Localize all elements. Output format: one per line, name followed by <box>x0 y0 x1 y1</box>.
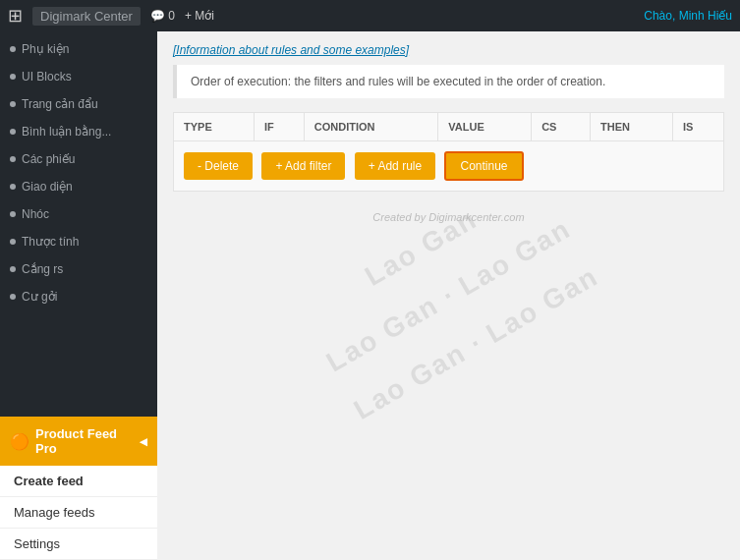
dot-icon <box>10 294 16 300</box>
dot-icon <box>10 266 16 272</box>
chevron-right-icon: ◀ <box>140 436 147 447</box>
wordpress-logo-icon: ⊞ <box>8 5 23 27</box>
sidebar-label: Bình luận bằng... <box>22 125 111 139</box>
main-layout: Phụ kiện UI Blocks Trang cản đẩu Bình lu… <box>0 31 740 560</box>
sidebar-label: Phụ kiện <box>22 42 69 56</box>
user-greeting: Chào, Minh Hiếu <box>644 9 732 23</box>
order-notice: Order of execution: the filters and rule… <box>173 65 724 98</box>
col-cs: CS <box>532 113 591 141</box>
sidebar: Phụ kiện UI Blocks Trang cản đẩu Bình lu… <box>0 31 157 560</box>
info-link[interactable]: [Information about rules and some exampl… <box>173 43 724 57</box>
sidebar-label: Cư gởi <box>22 290 57 304</box>
dot-icon <box>10 211 16 217</box>
admin-bar-left: ⊞ Digimark Center 💬 0 + Mới <box>8 5 632 27</box>
action-cell: - Delete + Add filter + Add rule Continu… <box>174 141 724 192</box>
sidebar-label: Trang cản đẩu <box>22 97 98 111</box>
site-name[interactable]: Digimark Center <box>32 7 141 26</box>
sidebar-item-trang-can-dau[interactable]: Trang cản đẩu <box>0 90 157 118</box>
sidebar-item-manage-feeds[interactable]: Manage feeds <box>0 497 157 529</box>
add-filter-button[interactable]: + Add filter <box>261 152 345 180</box>
col-type: TYPE <box>174 113 255 141</box>
dot-icon <box>10 46 16 52</box>
sidebar-label: Nhóc <box>22 207 49 221</box>
sidebar-label: Các phiếu <box>22 152 75 166</box>
sidebar-label: UI Blocks <box>22 70 72 84</box>
dot-icon <box>10 101 16 107</box>
dot-icon <box>10 74 16 80</box>
pfp-submenu: Create feed Manage feeds Settings <box>0 466 157 560</box>
col-is: IS <box>673 113 724 141</box>
sidebar-item-cac-phieu[interactable]: Các phiếu <box>0 145 157 173</box>
sidebar-label: Thược tính <box>22 235 79 249</box>
sidebar-item-ui-blocks[interactable]: UI Blocks <box>0 63 157 90</box>
continue-button[interactable]: Continue <box>444 151 523 181</box>
col-condition: CONDITION <box>304 113 438 141</box>
comments-count[interactable]: 💬 0 <box>150 9 175 23</box>
col-then: THEN <box>590 113 672 141</box>
dot-icon <box>10 239 16 245</box>
sidebar-item-nhoc[interactable]: Nhóc <box>0 200 157 228</box>
admin-bar: ⊞ Digimark Center 💬 0 + Mới Chào, Minh H… <box>0 0 740 31</box>
rules-table: TYPE IF CONDITION VALUE CS THEN IS - Del… <box>173 112 724 192</box>
product-feed-pro-section: 🟠 Product Feed Pro ◀ Create feed Manage … <box>0 417 157 560</box>
sidebar-item-settings[interactable]: Settings <box>0 529 157 560</box>
pfp-logo-icon: 🟠 <box>10 432 29 451</box>
footer-credit: Created by Digimarkcenter.com <box>173 211 724 223</box>
sidebar-label: Giao diện <box>22 180 73 194</box>
pfp-title: Product Feed Pro <box>35 426 134 456</box>
sidebar-item-giao-dien[interactable]: Giao diện <box>0 173 157 200</box>
sidebar-item-create-feed[interactable]: Create feed <box>0 466 157 497</box>
main-content: Lao GanLao Gan · Lao GanLao Gan · Lao Ga… <box>157 31 740 560</box>
content-inner: [Information about rules and some exampl… <box>173 43 724 223</box>
sidebar-menu: Phụ kiện UI Blocks Trang cản đẩu Bình lu… <box>0 31 157 417</box>
action-row: - Delete + Add filter + Add rule Continu… <box>174 141 724 192</box>
new-item-button[interactable]: + Mới <box>185 9 214 23</box>
sidebar-item-thuoc-tinh[interactable]: Thược tính <box>0 228 157 255</box>
sidebar-item-phu-kien[interactable]: Phụ kiện <box>0 35 157 63</box>
sidebar-item-cang-rs[interactable]: Cắng rs <box>0 255 157 283</box>
delete-button[interactable]: - Delete <box>184 152 253 180</box>
dot-icon <box>10 184 16 190</box>
product-feed-pro-header[interactable]: 🟠 Product Feed Pro ◀ <box>0 417 157 466</box>
sidebar-label: Cắng rs <box>22 262 63 276</box>
sidebar-item-cu-goi[interactable]: Cư gởi <box>0 283 157 310</box>
col-if: IF <box>255 113 305 141</box>
col-value: VALUE <box>438 113 532 141</box>
add-rule-button[interactable]: + Add rule <box>355 152 435 180</box>
sidebar-item-binh-luan[interactable]: Bình luận bằng... <box>0 118 157 145</box>
dot-icon <box>10 129 16 135</box>
dot-icon <box>10 156 16 162</box>
